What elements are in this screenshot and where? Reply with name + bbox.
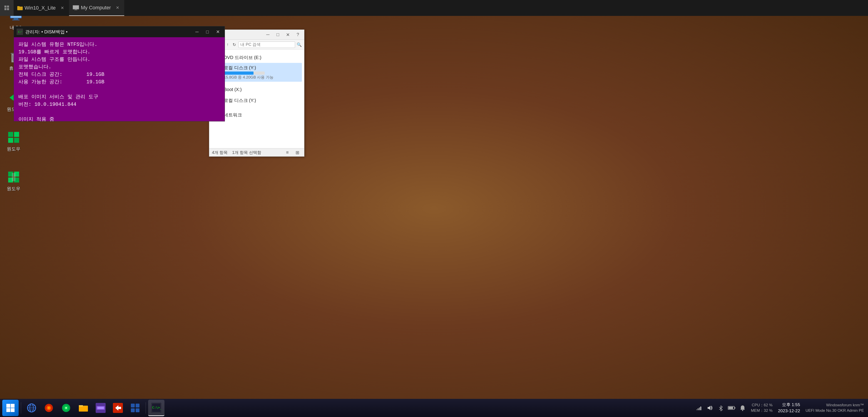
taskbar-app-apps[interactable] — [127, 400, 143, 416]
cmd-line-3: 파일 시스템 구조를 만듭니다. — [19, 56, 220, 63]
svg-rect-25 — [8, 138, 13, 143]
localy2-name: 로컬 디스크 (Y:) — [224, 97, 300, 103]
tray-system-info: Windowsforum knm™ UEFI Mode No.30 OKR Ad… — [804, 403, 866, 413]
taskbar-app-media[interactable] — [58, 400, 74, 416]
explorer-minimize-button[interactable]: ─ — [264, 31, 272, 39]
svg-rect-87 — [699, 408, 700, 410]
cmd-line-6: 사용 가능한 공간: 19.1GB — [19, 78, 220, 86]
taskbar-sep-1 — [21, 402, 21, 414]
start-button[interactable] — [2, 400, 19, 416]
svg-rect-4 — [17, 7, 23, 10]
explorer-item-localy[interactable]: 로컬 디스크 (Y:) 15.8GB 중 4.20GB 사용 가능 — [212, 63, 302, 82]
explorer-help-button[interactable]: ? — [294, 31, 302, 39]
taskbar-top: Win10_X_Lite ✕ My Computer ✕ — [0, 0, 868, 16]
cmd-line-4: 포맷했습니다. — [19, 63, 220, 71]
svg-rect-80 — [135, 404, 140, 408]
tray-bluetooth-icon[interactable] — [716, 404, 725, 413]
localy-info: 로컬 디스크 (Y:) 15.8GB 중 4.20GB 사용 가능 — [224, 65, 300, 80]
network-item-name: 네트워크 — [224, 112, 300, 118]
search-button[interactable]: 🔍 — [297, 41, 302, 49]
cmd-line-8: 버전: 10.0.19041.844 — [19, 101, 220, 108]
explorer-item-network[interactable]: 네트워크 — [212, 109, 302, 120]
win1-icon — [6, 130, 21, 145]
taskbar-app-folder[interactable] — [75, 400, 92, 416]
tab-mycomputer[interactable]: My Computer ✕ — [69, 0, 124, 16]
tray-cpu-mem: CPU：62 % MEM：32 % — [749, 403, 774, 413]
localy-name: 로컬 디스크 (Y:) — [224, 65, 300, 71]
cmd-minimize-button[interactable]: ─ — [193, 28, 201, 36]
tray-clock[interactable]: 오후 1:55 2023-12-22 — [776, 402, 802, 414]
dvd-info: DVD 드라이브 (E:) — [224, 55, 300, 61]
svg-rect-31 — [12, 173, 16, 181]
cmd-title-text: 관리자: • DISM백업 • — [25, 29, 191, 35]
svg-point-71 — [65, 407, 67, 409]
svg-rect-24 — [14, 132, 19, 137]
svg-rect-7 — [73, 5, 79, 9]
tab-win10[interactable]: Win10_X_Lite ✕ — [13, 0, 69, 16]
localy-bar-fill — [224, 71, 253, 75]
statusbar-view-buttons: ≡ ⊞ — [283, 149, 302, 156]
tray-volume-icon[interactable] — [705, 404, 714, 413]
tab-mycomputer-close[interactable]: ✕ — [115, 5, 121, 11]
desktop-icon-win2[interactable]: 원도우 — [0, 168, 27, 194]
svg-rect-76 — [97, 407, 104, 409]
refresh-button[interactable]: ↻ — [232, 41, 237, 49]
taskbar-app-ie[interactable] — [23, 400, 40, 416]
svg-rect-95 — [735, 407, 735, 409]
explorer-item-dvd[interactable]: DVD 드라이브 (E:) — [212, 52, 302, 63]
list-view-button[interactable]: ≡ — [283, 149, 291, 156]
taskbar-app-tools[interactable] — [110, 400, 126, 416]
cmd-close-button[interactable]: ✕ — [214, 28, 222, 36]
svg-rect-79 — [131, 404, 135, 408]
tab-win10-label: Win10_X_Lite — [25, 5, 56, 11]
boot-name: Boot (X:) — [224, 87, 300, 92]
cmd-titlebar: C:\ 관리자: • DISM백업 • ─ □ ✕ — [14, 26, 225, 37]
tab-home[interactable] — [0, 0, 13, 16]
svg-rect-9 — [74, 10, 78, 10]
svg-rect-1 — [4, 8, 7, 10]
cmd-line-5: 전체 디스크 공간: 19.1GB — [19, 71, 220, 78]
search-input[interactable] — [238, 41, 295, 48]
svg-point-96 — [742, 410, 743, 411]
taskbar-app-cmd[interactable]: C:\>_ — [148, 400, 164, 416]
svg-rect-58 — [11, 404, 14, 408]
svg-rect-81 — [131, 408, 135, 412]
svg-rect-88 — [700, 407, 701, 410]
localy2-info: 로컬 디스크 (Y:) — [224, 97, 300, 103]
svg-rect-5 — [17, 6, 20, 7]
explorer-restore-button[interactable]: □ — [274, 31, 282, 39]
explorer-close-button[interactable]: ✕ — [284, 31, 292, 39]
tab-win10-close[interactable]: ✕ — [59, 5, 65, 11]
taskbar-app-browser[interactable] — [41, 400, 57, 416]
svg-rect-60 — [11, 408, 14, 412]
system-info-line2: UEFI Mode No.30 OKR Admin PE — [806, 408, 864, 413]
svg-rect-82 — [135, 408, 140, 412]
monitor-icon — [73, 5, 79, 10]
desktop-icon-win1[interactable]: 원도우 — [0, 128, 27, 154]
tray-network-icon[interactable] — [694, 404, 704, 413]
cmd-content: 파일 시스템 유형은 NTFS입니다. 19.1GB를 빠르게 포맷합니다. 파… — [14, 37, 225, 121]
svg-rect-12 — [13, 18, 18, 20]
up-button[interactable]: ↑ — [225, 41, 230, 49]
grid-view-button[interactable]: ⊞ — [293, 149, 302, 156]
svg-rect-57 — [6, 404, 10, 408]
svg-rect-23 — [8, 132, 13, 137]
svg-rect-59 — [6, 408, 10, 412]
cmd-restore-button[interactable]: □ — [203, 28, 212, 36]
svg-rect-89 — [696, 409, 697, 410]
home-icon — [4, 4, 10, 11]
svg-rect-0 — [4, 6, 7, 8]
explorer-item-localy2[interactable]: 로컬 디스크 (Y:) — [212, 95, 302, 106]
cmd-line-blank1 — [19, 86, 220, 93]
cpu-info: CPU：62 % — [751, 403, 772, 408]
svg-rect-73 — [79, 405, 83, 407]
system-info-line1: Windowsforum knm™ — [806, 403, 864, 408]
tray-battery-icon[interactable] — [727, 404, 736, 413]
cmd-line-9: 이미지 적용 중 — [19, 116, 220, 121]
tray-notification-icon[interactable] — [738, 404, 747, 413]
desktop: Win10_X_Lite ✕ My Computer ✕ PC — [0, 0, 868, 417]
taskbar-app-photo[interactable] — [92, 400, 109, 416]
explorer-item-boot[interactable]: Boot (X:) — [212, 84, 302, 95]
taskbar-sep-2 — [146, 402, 146, 414]
status-selected-count: 1개 항목 선택함 — [232, 150, 261, 155]
